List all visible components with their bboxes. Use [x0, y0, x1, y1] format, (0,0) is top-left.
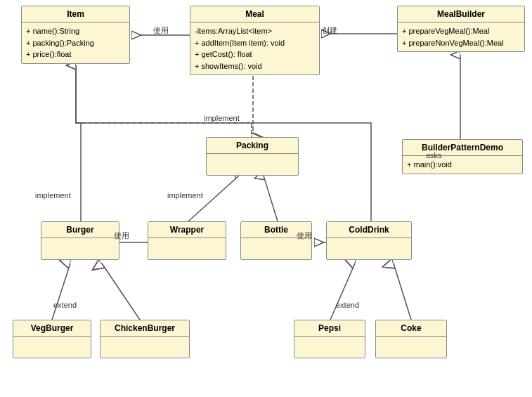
class-ChickenBurger-body [100, 337, 189, 358]
class-VegBurger-body [13, 337, 91, 358]
class-Wrapper: Wrapper [148, 221, 226, 260]
label-burger-uses-wrapper: 使用 [114, 230, 129, 241]
class-Packing: Packing [206, 137, 299, 176]
class-Packing-body [207, 154, 298, 175]
class-BuilderPatternDemo-header: BuilderPatternDemo [403, 140, 522, 156]
class-ChickenBurger: ChickenBurger [100, 320, 190, 358]
class-Wrapper-body [148, 238, 226, 259]
svg-line-8 [52, 263, 70, 320]
class-Meal-header: Meal [190, 6, 319, 22]
class-Item: Item + name():String+ packing():Packing+… [21, 6, 130, 64]
class-Packing-header: Packing [207, 138, 298, 154]
class-Burger-header: Burger [41, 222, 119, 238]
class-Bottle-body [241, 238, 311, 259]
class-VegBurger-header: VegBurger [13, 320, 91, 337]
label-meal-uses-item: 使用 [153, 25, 169, 36]
class-MealBuilder-body: + prepareVegMeal():Meal+ prepareNonVegMe… [398, 22, 524, 51]
label-item-implement: implement [35, 191, 71, 200]
class-Wrapper-header: Wrapper [148, 222, 226, 238]
label-wrapper-implement: implement [167, 191, 203, 200]
class-Meal-body: -items:ArrayList<item>+ addItem(Item ite… [190, 22, 319, 74]
class-BuilderPatternDemo-body: + main():void [403, 156, 522, 174]
class-Burger: Burger [41, 221, 119, 260]
class-Coke-body [376, 337, 446, 358]
class-ColdDrink-body [327, 238, 411, 259]
class-MealBuilder-header: MealBuilder [398, 6, 524, 22]
class-Item-header: Item [22, 6, 129, 22]
class-Pepsi: Pepsi [294, 320, 365, 358]
label-colddring-uses-bottle: 使用 [297, 230, 312, 241]
label-extend-burger: extend [53, 301, 77, 309]
label-meal-implements-packing: implement [204, 114, 240, 122]
svg-line-11 [394, 263, 411, 320]
class-Pepsi-body [294, 337, 365, 358]
class-MealBuilder: MealBuilder + prepareVegMeal():Meal+ pre… [397, 6, 525, 52]
class-Meal: Meal -items:ArrayList<item>+ addItem(Ite… [190, 6, 320, 75]
class-ColdDrink-header: ColdDrink [327, 222, 411, 238]
class-Pepsi-header: Pepsi [294, 320, 365, 337]
label-demo-asks-builder: asks [426, 151, 442, 160]
class-Coke-header: Coke [376, 320, 446, 337]
class-Coke: Coke [375, 320, 447, 358]
uml-diagram: Item + name():String+ packing():Packing+… [0, 0, 532, 397]
svg-line-9 [102, 263, 140, 320]
label-mealbuilder-creates-meal: 创建 [322, 25, 337, 36]
svg-line-5 [264, 176, 278, 221]
class-Item-body: + name():String+ packing():Packing+ pric… [22, 22, 129, 63]
class-ChickenBurger-header: ChickenBurger [100, 320, 189, 337]
class-VegBurger: VegBurger [13, 320, 91, 358]
class-BuilderPatternDemo: BuilderPatternDemo + main():void [402, 139, 523, 174]
label-extend-colddring: extend [336, 301, 359, 309]
class-Burger-body [41, 238, 119, 259]
class-ColdDrink: ColdDrink [326, 221, 412, 260]
svg-line-10 [330, 263, 355, 320]
